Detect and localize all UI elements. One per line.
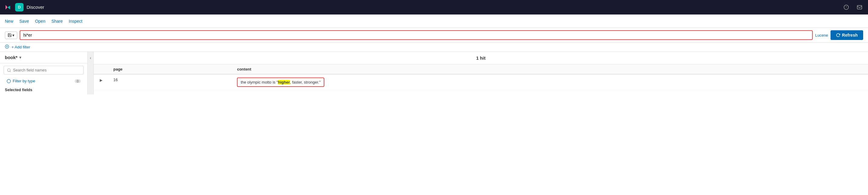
page-col-header: page [108,64,232,74]
content-area: book* ▾ Filter by type 0 Selected fields… [0,52,868,94]
save-dropdown-arrow: ▾ [12,33,14,37]
inspect-button[interactable]: Inspect [69,18,83,25]
table-row: ▶ 16 the olympic motto is "higher, faste… [94,74,868,90]
page-cell: 16 [108,74,232,90]
content-col-header: content [232,64,868,74]
lucene-label[interactable]: Lucene [815,33,828,37]
search-field-names-container [4,66,84,75]
svg-rect-1 [858,5,862,9]
hit-label-text: hit [480,55,485,61]
content-cell: the olympic motto is "higher, faster, st… [232,74,868,90]
save-query-button[interactable]: ▾ [5,31,17,39]
expand-cell: ▶ [94,74,108,90]
table-header-row: page content [94,64,868,74]
index-pattern-header: book* ▾ [0,52,87,63]
filter-icon [7,79,11,83]
search-field-icon [7,68,11,73]
result-content-box: the olympic motto is "higher, faster, st… [237,78,324,87]
search-area: ▾ Lucene Refresh [0,28,868,43]
svg-point-7 [7,79,10,83]
svg-point-5 [7,68,10,71]
toolbar: New Save Open Share Inspect [0,15,868,28]
top-bar-right [841,2,864,12]
share-button[interactable]: Share [51,18,63,25]
results-header: 1 hit [94,52,868,64]
expand-col-header [94,64,108,74]
results-table: page content ▶ 16 the olympic motto is "… [94,64,868,94]
content-before: the olympic motto is " [241,80,278,84]
filter-count-badge: 0 [75,79,81,83]
svg-line-6 [10,71,11,72]
filter-row: + Add filter [0,43,868,52]
content-after: , faster, stronger." [290,80,320,84]
app-title: Discover [27,4,838,10]
hit-count: 1 [476,55,479,61]
kibana-logo-icon [4,3,12,11]
new-button[interactable]: New [5,18,13,25]
refresh-button[interactable]: Refresh [831,30,863,40]
add-filter-icon[interactable] [5,45,9,50]
search-field-input[interactable] [13,68,81,73]
expand-row-button[interactable]: ▶ [98,78,104,83]
right-panel: 1 hit page content ▶ 16 [94,52,868,94]
filter-by-type[interactable]: Filter by type 0 [4,77,84,85]
filter-by-type-label: Filter by type [13,79,35,83]
left-panel: book* ▾ Filter by type 0 Selected fields [0,52,88,94]
search-input[interactable] [20,30,813,40]
selected-fields-label: Selected fields [0,85,87,94]
open-button[interactable]: Open [35,18,45,25]
top-bar: D Discover [0,0,868,15]
mail-icon[interactable] [855,2,864,12]
index-pattern-label[interactable]: book* [5,55,18,60]
refresh-label: Refresh [842,33,858,37]
alerts-icon[interactable] [841,2,851,12]
app-avatar: D [15,3,24,11]
save-button[interactable]: Save [19,18,29,25]
add-filter-link[interactable]: + Add filter [11,45,30,49]
content-highlight: higher [278,80,290,84]
index-pattern-chevron[interactable]: ▾ [19,55,21,60]
collapse-panel-button[interactable]: ‹ [88,52,94,94]
